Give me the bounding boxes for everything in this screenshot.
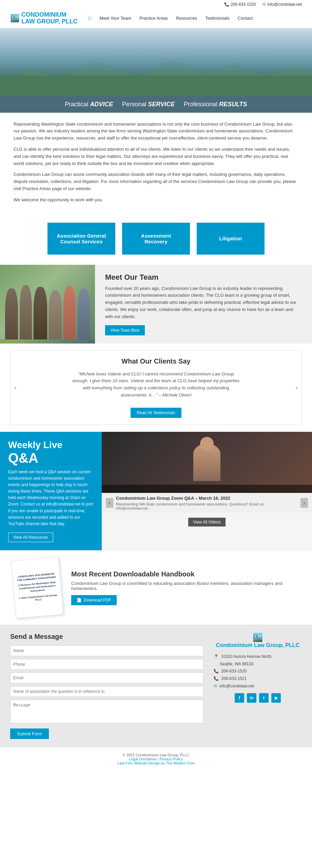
logo-text-line2: LAW GROUP, PLLC (21, 18, 78, 25)
logo: 🏙️ CONDOMINIUM LAW GROUP, PLLC (10, 12, 78, 25)
top-bar: 📞 206-633-1520 ✉ info@condolaw.net (0, 0, 312, 9)
video-thumbnail[interactable] (102, 432, 312, 493)
contact-section: Send a Message Submit Form 🏙️ Condominiu… (0, 625, 312, 747)
contact-logo: 🏙️ Condominium Law Group, PLLC (214, 633, 302, 648)
about-p3: Condominium Law Group can assist communi… (14, 171, 298, 192)
contact-phone1: 📞 206-633-1520 (214, 668, 302, 675)
association-input[interactable] (10, 686, 203, 697)
handbook-cover-line3: A Resource for Washington State Condomin… (16, 580, 58, 594)
name-input[interactable] (10, 645, 203, 656)
view-all-videos-button[interactable]: View All Videos (188, 518, 226, 527)
footer-privacy-link[interactable]: Privacy Policy (160, 757, 183, 761)
handbook-content: Most Recent Downloadable Handbook Condom… (71, 570, 298, 605)
email-input[interactable] (10, 672, 203, 683)
form-section: Send a Message Submit Form (10, 633, 203, 739)
nav-item-resources[interactable]: Resources (176, 16, 197, 21)
contact-info: 🏙️ Condominium Law Group, PLLC 📍 10310 A… (214, 633, 302, 739)
handbook-heading: Most Recent Downloadable Handbook (71, 570, 298, 578)
tagline-service: SERVICE (148, 101, 175, 108)
phone1-number: 206-633-1520 (221, 669, 247, 673)
main-nav: 🏙️ CONDOMINIUM LAW GROUP, PLLC ⌂ Meet Yo… (0, 9, 312, 28)
message-input[interactable] (10, 700, 203, 723)
submit-form-button[interactable]: Submit Form (10, 728, 49, 739)
testimonials-heading: What Our Clients Say (17, 357, 295, 365)
contact-logo-icon: 🏙️ (214, 633, 302, 642)
sep2: | (178, 101, 180, 108)
team-heading: Meet Our Team (105, 273, 302, 282)
phone-input[interactable] (10, 659, 203, 670)
email-address: info@condolaw.net (267, 2, 302, 7)
download-label: Download PDF (84, 598, 111, 603)
phone2-icon: 📞 (214, 676, 219, 681)
view-resources-button[interactable]: View All Resources (8, 533, 53, 542)
contact-details: 📍 10310 Aurora Avenue North, Seattle, WA… (214, 653, 302, 690)
twitter-icon[interactable]: t (259, 693, 269, 703)
read-testimonials-button[interactable]: Read All Testimonials (131, 408, 181, 418)
address-line1: 10310 Aurora Avenue North, (221, 654, 272, 659)
contact-email-icon: ✉ (214, 684, 217, 688)
team-content: Meet Our Team Founded over 20 years ago,… (95, 265, 312, 344)
qa-right: ‹ Condominium Law Group Zoom Q&A – March… (102, 432, 312, 550)
handbook-section: CONDOLAW'S 2019 HANDBOOK FOR COMMUNITY A… (0, 550, 312, 625)
testimonial-quote: "Michele loves Valerie and CLG! I cannot… (71, 371, 241, 399)
qa-weekly: Weekly Live (8, 440, 62, 450)
logo-text-line1: CONDOMINIUM (21, 12, 78, 18)
contact-phone2: 📞 206-633-1521 (214, 675, 302, 683)
phone2-number: 206-633-1521 (221, 676, 247, 681)
handbook-cover: CONDOLAW'S 2019 HANDBOOK FOR COMMUNITY A… (11, 557, 63, 618)
about-p2: CLG is able to offer personal and indivi… (14, 146, 298, 167)
team-description: Founded over 20 years ago, Condominium L… (105, 285, 302, 320)
social-icons: f in t ▶ (214, 693, 302, 703)
footer: © 2022 Condominium Law Group, PLLC Legal… (0, 747, 312, 771)
contact-email-address: info@condolaw.net (219, 684, 254, 688)
tagline-bar: Practical ADVICE | Personal SERVICE | Pr… (0, 96, 312, 113)
tagline-results: RESULTS (219, 101, 247, 108)
about-section: Representing Washington State condominiu… (0, 113, 312, 216)
contact-address: 📍 10310 Aurora Avenue North, Seattle, WA… (214, 653, 302, 668)
qa-label: Q&A (8, 450, 38, 465)
logo-icon: 🏙️ (10, 14, 19, 23)
nav-item-testimonials[interactable]: Testimonials (205, 16, 230, 21)
video-prev-button[interactable]: ‹ (106, 498, 113, 508)
qa-description: Each week we host a Q&A session on curre… (8, 469, 94, 528)
phone-icon: 📞 (224, 2, 229, 7)
email-info[interactable]: ✉ info@condolaw.net (262, 2, 302, 7)
service-box-counsel[interactable]: Association General Counsel Services (47, 223, 115, 255)
testimonial-next-button[interactable]: › (295, 383, 298, 392)
nav-item-contact[interactable]: Contact (238, 16, 253, 21)
sep1: | (117, 101, 118, 108)
service-box-litigation[interactable]: Litigation (197, 223, 265, 255)
nav-item-practice[interactable]: Practice Areas (139, 16, 168, 21)
phone-info[interactable]: 📞 206-633-1520 (224, 2, 256, 7)
form-heading: Send a Message (10, 633, 203, 641)
home-nav-icon[interactable]: ⌂ (88, 15, 92, 22)
facebook-icon[interactable]: f (235, 693, 244, 703)
nav-item-team[interactable]: Meet Your Team (100, 16, 132, 21)
footer-copyright: © 2022 Condominium Law Group, PLLC (5, 753, 307, 757)
youtube-icon[interactable]: ▶ (271, 693, 281, 703)
linkedin-icon[interactable]: in (247, 693, 256, 703)
nav-items: ⌂ Meet Your Team Practice Areas Resource… (88, 15, 253, 22)
video-next-button[interactable]: › (300, 498, 308, 508)
video-subtitle: Representing WA State condominium and ho… (116, 502, 298, 510)
about-p1: Representing Washington State condominiu… (14, 121, 298, 142)
service-box-recovery[interactable]: Assessment Recovery (122, 223, 190, 255)
tagline-advice: ADVICE (90, 101, 113, 108)
qa-heading: Weekly Live Q&A (8, 440, 94, 465)
team-photo (0, 265, 95, 344)
hero-image (0, 28, 312, 96)
footer-design-link[interactable]: Law Firm Website Design by The Modern Fi… (118, 761, 195, 765)
phone-number: 206-633-1520 (231, 2, 256, 7)
download-pdf-button[interactable]: 📄 Download PDF (71, 595, 117, 605)
testimonial-prev-button[interactable]: ‹ (14, 383, 17, 392)
pdf-icon: 📄 (77, 598, 82, 603)
handbook-description: Condominium Law Group is committed to ed… (71, 581, 298, 591)
video-title: Condominium Law Group Zoom Q&A – March 1… (116, 496, 298, 501)
handbook-cover-line4: © 2019, Condominium Law Group, PLLC (17, 593, 59, 604)
footer-legal-link[interactable]: Legal Disclaimer (129, 757, 157, 761)
service-boxes: Association General Counsel Services Ass… (0, 216, 312, 265)
location-icon: 📍 (214, 654, 219, 659)
address-line2: Seattle, WA 98133 (220, 662, 253, 666)
qa-left: Weekly Live Q&A Each week we host a Q&A … (0, 432, 102, 550)
view-team-bios-button[interactable]: View Team Bios (105, 325, 145, 335)
